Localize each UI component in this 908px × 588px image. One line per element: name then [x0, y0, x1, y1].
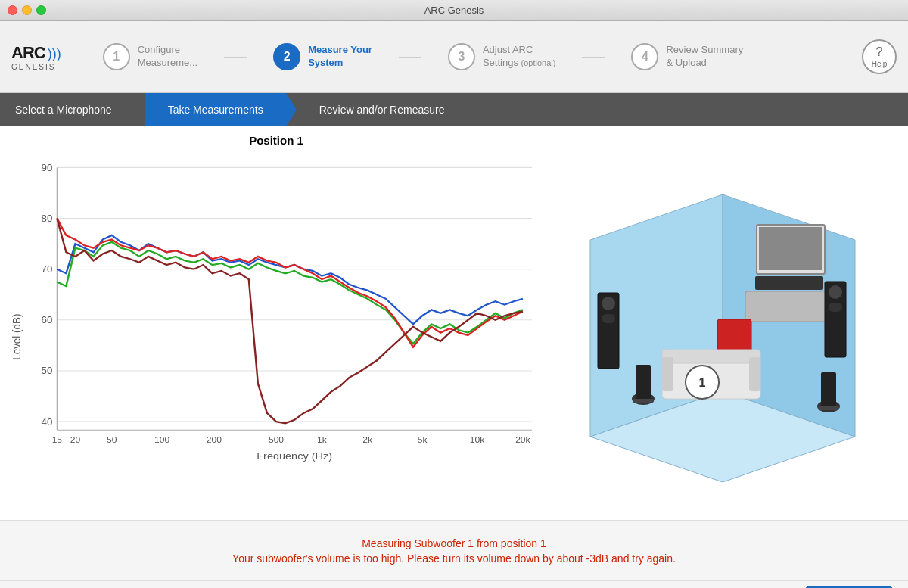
svg-text:60: 60	[42, 315, 53, 325]
svg-text:50: 50	[42, 366, 53, 376]
svg-text:90: 90	[42, 162, 53, 173]
svg-rect-49	[662, 357, 673, 391]
status-line2: Your subwoofer's volume is too high. Ple…	[232, 552, 676, 565]
svg-rect-46	[717, 319, 751, 353]
logo: ARC ))) GENESIS	[11, 43, 61, 71]
frequency-chart: Level (dB) 90 80 70 60 50 40 15 20 50 10…	[11, 151, 541, 506]
svg-text:5k: 5k	[418, 434, 428, 444]
status-line1: Measuring Subwoofer 1 from position 1	[362, 537, 546, 549]
subnav-select-microphone[interactable]: Select a Microphone	[0, 93, 135, 126]
svg-rect-50	[749, 357, 760, 391]
room-svg: 1	[552, 179, 893, 467]
legend-bar: Front Left Center Front Right Subwoofer …	[0, 580, 908, 588]
help-label: Help	[872, 60, 888, 68]
svg-text:20k: 20k	[515, 434, 530, 444]
svg-text:1k: 1k	[317, 434, 327, 444]
step-1[interactable]: 1 ConfigureMeasureme...	[92, 43, 209, 70]
svg-text:70: 70	[42, 264, 53, 275]
chart-title: Position 1	[11, 134, 541, 147]
step-4-label: Review Summary& Upload	[666, 44, 743, 70]
close-button[interactable]	[8, 5, 17, 15]
main-content: Position 1 Level (dB) 90 80 70 60 50 40 …	[0, 126, 908, 520]
header: ARC ))) GENESIS 1 ConfigureMeasureme... …	[0, 21, 908, 93]
svg-rect-33	[745, 291, 835, 322]
traffic-lights	[8, 5, 46, 15]
svg-text:200: 200	[207, 434, 222, 444]
logo-sub: GENESIS	[11, 63, 61, 71]
svg-rect-36	[602, 314, 615, 323]
titlebar: ARC Genesis	[0, 0, 908, 21]
svg-text:50: 50	[107, 434, 117, 444]
svg-rect-38	[829, 285, 842, 299]
step-1-circle: 1	[103, 43, 130, 70]
svg-rect-42	[633, 399, 654, 403]
subnav-review-remeasure[interactable]: Review and/or Remeasure	[297, 93, 468, 126]
subnav-take-measurements[interactable]: Take Measurements	[145, 93, 286, 126]
step-3-circle: 3	[448, 43, 475, 70]
svg-rect-31	[759, 227, 822, 270]
step-4[interactable]: 4 Review Summary& Upload	[620, 43, 754, 70]
svg-text:15: 15	[52, 434, 62, 444]
step-divider-1	[224, 57, 247, 58]
svg-text:Frequency (Hz): Frequency (Hz)	[257, 450, 332, 462]
svg-text:1: 1	[699, 376, 706, 389]
chart-container: Position 1 Level (dB) 90 80 70 60 50 40 …	[11, 134, 541, 512]
svg-rect-48	[662, 350, 760, 363]
svg-text:40: 40	[42, 416, 53, 427]
maximize-button[interactable]	[36, 5, 46, 15]
svg-text:80: 80	[42, 213, 53, 223]
logo-name: ARC	[11, 43, 45, 63]
minimize-button[interactable]	[22, 5, 32, 15]
window-title: ARC Genesis	[424, 5, 484, 16]
step-3-label: Adjust ARCSettings (optional)	[483, 44, 555, 70]
step-2-label: Measure YourSystem	[308, 44, 372, 70]
help-icon: ?	[876, 45, 883, 59]
svg-text:Level (dB): Level (dB)	[11, 314, 23, 360]
svg-rect-39	[829, 303, 842, 312]
svg-text:20: 20	[70, 434, 81, 444]
step-4-circle: 4	[631, 43, 658, 70]
step-2[interactable]: 2 Measure YourSystem	[262, 43, 384, 70]
room-visualization: 1	[549, 134, 897, 512]
svg-rect-35	[602, 297, 615, 310]
step-1-label: ConfigureMeasureme...	[138, 44, 197, 70]
help-button[interactable]: ? Help	[862, 39, 897, 74]
step-divider-3	[582, 57, 605, 58]
step-divider-2	[399, 57, 421, 58]
svg-rect-32	[755, 276, 823, 290]
svg-text:2k: 2k	[362, 434, 372, 444]
svg-rect-44	[821, 372, 836, 406]
svg-text:10k: 10k	[470, 434, 485, 444]
step-2-circle: 2	[273, 43, 300, 70]
svg-rect-41	[636, 365, 651, 399]
status-bar: Measuring Subwoofer 1 from position 1 Yo…	[0, 520, 908, 580]
step-3[interactable]: 3 Adjust ARCSettings (optional)	[437, 43, 567, 70]
svg-text:100: 100	[154, 434, 170, 444]
svg-text:500: 500	[269, 434, 285, 444]
svg-rect-45	[818, 406, 839, 410]
logo-waves: )))	[48, 46, 61, 62]
subnav: Select a Microphone Take Measurements Re…	[0, 93, 908, 126]
